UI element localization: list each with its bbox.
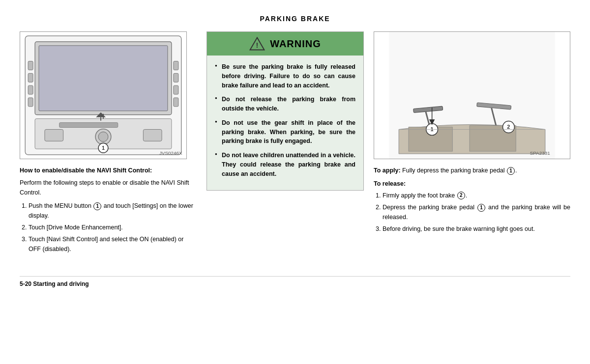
release-steps-list: Firmly apply the foot brake 2. Depress t… xyxy=(374,191,570,234)
svg-rect-4 xyxy=(28,73,33,82)
svg-rect-17 xyxy=(143,129,162,141)
svg-rect-6 xyxy=(28,98,33,107)
left-intro: Perform the following steps to enable or… xyxy=(20,178,197,197)
release-step-2: Depress the parking brake pedal 1 and th… xyxy=(383,203,570,222)
apply-text: To apply: Fully depress the parking brak… xyxy=(374,166,570,175)
navi-shift-diagram: 1 JVS0246X xyxy=(20,31,187,159)
release-step-1: Firmly apply the foot brake 2. xyxy=(383,191,570,200)
release-step-3: Before driving, be sure the brake warnin… xyxy=(383,224,570,234)
left-step-2: Touch [Drive Mode Enhancement]. xyxy=(29,223,197,232)
left-step-3: Touch [Navi Shift Control] and select th… xyxy=(29,235,197,254)
warning-box: ! WARNING Be sure the parking brake is f… xyxy=(206,31,364,191)
middle-column: ! WARNING Be sure the parking brake is f… xyxy=(206,31,364,191)
svg-text:!: ! xyxy=(256,41,259,49)
warning-bullet-1: Be sure the parking brake is fully relea… xyxy=(215,62,355,90)
svg-rect-9 xyxy=(174,85,178,94)
svg-rect-16 xyxy=(45,129,63,141)
svg-rect-10 xyxy=(174,98,178,107)
svg-rect-12 xyxy=(59,123,118,128)
circle-apply-1: 1 xyxy=(507,167,515,175)
svg-rect-7 xyxy=(174,61,178,70)
warning-bullet-3: Do not use the gear shift in place of th… xyxy=(215,118,355,146)
left-steps-list: Push the MENU button 1 and touch [Settin… xyxy=(20,201,197,254)
svg-text:1: 1 xyxy=(102,145,105,151)
apply-label: To apply: xyxy=(374,167,401,174)
circle-release-2: 2 xyxy=(457,192,465,199)
page-title: PARKING BRAKE xyxy=(20,15,570,23)
left-step-1: Push the MENU button 1 and touch [Settin… xyxy=(29,201,197,221)
circle-release-1: 1 xyxy=(477,204,485,212)
parking-brake-diagram: 1 2 SPA2331 xyxy=(374,31,570,159)
right-instructions: To apply: Fully depress the parking brak… xyxy=(374,166,570,234)
svg-text:SPA2331: SPA2331 xyxy=(530,150,551,156)
svg-rect-8 xyxy=(174,73,178,82)
right-column: 1 2 SPA2331 To apply: xyxy=(374,31,570,236)
left-instructions: How to enable/disable the NAVI Shift Con… xyxy=(20,166,197,254)
left-bold-title: How to enable/disable the NAVI Shift Con… xyxy=(20,166,197,175)
warning-title: WARNING xyxy=(270,38,321,50)
svg-text:2: 2 xyxy=(507,124,510,130)
warning-bullet-4: Do not leave children unattended in a ve… xyxy=(215,151,355,178)
svg-rect-5 xyxy=(28,85,33,94)
svg-rect-2 xyxy=(39,46,168,111)
warning-bullets: Be sure the parking brake is fully relea… xyxy=(215,62,355,178)
warning-content: Be sure the parking brake is fully relea… xyxy=(207,56,363,190)
release-label: To release: xyxy=(374,179,570,189)
warning-header: ! WARNING xyxy=(207,32,363,56)
circle-1: 1 xyxy=(93,202,101,210)
svg-text:JVS0246X: JVS0246X xyxy=(159,150,182,156)
warning-bullet-2: Do not release the parking brake from ou… xyxy=(215,95,355,113)
page-footer: 5-20 Starting and driving xyxy=(20,276,570,287)
warning-triangle-icon: ! xyxy=(249,37,265,51)
left-column: 1 JVS0246X How to enable/disable the NAV… xyxy=(20,31,197,256)
svg-rect-3 xyxy=(28,61,33,70)
svg-point-15 xyxy=(98,132,108,141)
